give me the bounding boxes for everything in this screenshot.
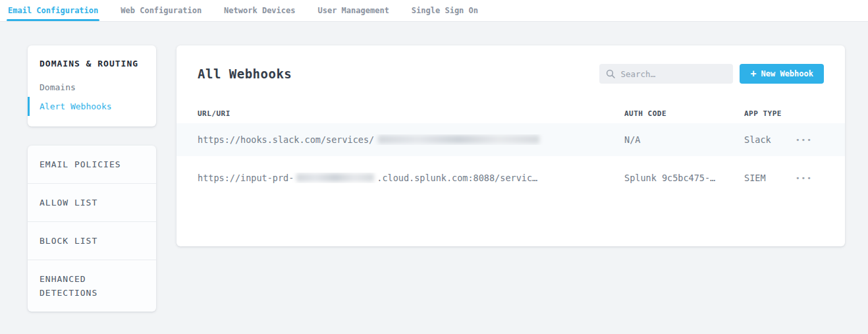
page-title: All Webhooks [198,67,292,81]
row-menu-button[interactable]: ••• [796,133,824,147]
search-icon [606,69,615,78]
table-row-siem: https://input-prd-.cloud.splunk.com:8088… [176,161,845,194]
webhook-url-prefix: https://hooks.slack.com/services/ [198,134,374,145]
column-header-app-type: APP TYPE [744,109,796,118]
tab-network-devices[interactable]: Network Devices [223,0,296,21]
auth-code-cell: N/A [624,134,744,145]
sidebar: DOMAINS & ROUTING Domains Alert Webhooks… [28,45,156,312]
auth-code-cell: Splunk 9c5bc475-… [624,173,744,183]
sidebar-item-label: ENHANCED DETECTIONS [40,272,125,300]
table-header-row: URL/URI AUTH CODE APP TYPE [176,106,845,121]
sidebar-item-email-policies[interactable]: EMAIL POLICIES [28,146,156,184]
tab-email-configuration[interactable]: Email Configuration [7,0,99,21]
webhook-url-cell: https://hooks.slack.com/services/ [198,134,624,145]
webhook-url-cell: https://input-prd-.cloud.splunk.com:8088… [198,173,624,183]
sidebar-item-allow-list[interactable]: ALLOW LIST [28,184,156,222]
app-type-cell: SIEM [744,173,796,183]
new-webhook-button[interactable]: + New Webhook [740,64,824,84]
tab-single-sign-on[interactable]: Single Sign On [410,0,479,21]
column-header-auth-code: AUTH CODE [624,109,744,118]
row-menu-button[interactable]: ••• [796,171,824,185]
webhook-url-suffix: .cloud.splunk.com:8088/servic… [377,173,537,183]
top-nav: Email Configuration Web Configuration Ne… [0,0,868,22]
sidebar-item-label: BLOCK LIST [40,234,125,248]
sidebar-item-domains[interactable]: Domains [28,78,156,97]
app-type-cell: Slack [744,134,796,145]
tab-web-configuration[interactable]: Web Configuration [119,0,203,21]
column-header-url-uri: URL/URI [198,109,624,118]
sidebar-item-label: ALLOW LIST [40,196,125,209]
sidebar-item-label: EMAIL POLICIES [40,157,125,171]
new-webhook-label: New Webhook [761,69,813,78]
webhook-url-prefix: https://input-prd- [198,173,294,183]
plus-icon: + [750,69,756,79]
panel-controls: + New Webhook [599,64,824,84]
sidebar-item-block-list[interactable]: BLOCK LIST [28,222,156,260]
page-content: DOMAINS & ROUTING Domains Alert Webhooks… [0,22,868,312]
sidebar-item-alert-webhooks[interactable]: Alert Webhooks [28,97,156,116]
tab-user-management[interactable]: User Management [316,0,390,21]
sidebar-section-title: DOMAINS & ROUTING [28,59,156,69]
webhooks-panel: All Webhooks + New Webhook URL/URI [176,45,845,246]
table-row-slack: https://hooks.slack.com/services/ N/A Sl… [176,123,845,156]
policy-nav-card: EMAIL POLICIES ALLOW LIST BLOCK LIST ENH… [28,146,156,312]
redacted-blur [378,135,539,144]
panel-header: All Webhooks + New Webhook [198,63,824,85]
search-input[interactable] [620,69,726,79]
redacted-blur [296,173,374,182]
search-box [599,64,733,84]
domains-routing-card: DOMAINS & ROUTING Domains Alert Webhooks [28,45,156,126]
webhooks-table: URL/URI AUTH CODE APP TYPE https://hooks… [198,106,824,194]
sidebar-item-enhanced-detections[interactable]: ENHANCED DETECTIONS [28,260,156,312]
